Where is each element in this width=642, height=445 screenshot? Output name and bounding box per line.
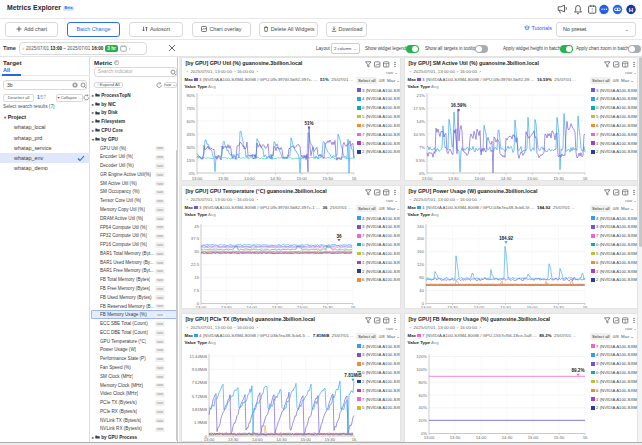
svg-text:7.81MiB: 7.81MiB — [344, 373, 362, 378]
svg-text:3.5%: 3.5% — [415, 158, 425, 163]
svg-text:7.62MiB: 7.62MiB — [192, 380, 208, 385]
svg-text:15:00: 15:00 — [528, 435, 539, 440]
svg-text:90%: 90% — [187, 93, 196, 98]
svg-text:15: 15 — [194, 275, 199, 280]
svg-text:5.72MiB: 5.72MiB — [192, 394, 208, 399]
svg-text:7.5: 7.5 — [193, 288, 199, 293]
svg-text:16: 16 — [583, 305, 588, 309]
svg-text:15:30: 15:30 — [554, 435, 565, 440]
svg-text:14%: 14% — [417, 119, 426, 124]
svg-text:40: 40 — [419, 288, 424, 293]
svg-text:45: 45 — [194, 224, 199, 229]
svg-text:15%: 15% — [187, 158, 196, 163]
svg-text:120%: 120% — [416, 354, 427, 359]
svg-text:120: 120 — [417, 262, 425, 267]
svg-text:1.9MiB: 1.9MiB — [194, 420, 207, 425]
svg-text:200: 200 — [417, 236, 425, 241]
svg-text:75%: 75% — [187, 106, 196, 111]
svg-text:16: 16 — [583, 435, 588, 440]
svg-text:16.59%: 16.59% — [451, 103, 467, 108]
svg-text:45%: 45% — [187, 132, 196, 137]
svg-text:15:00: 15:00 — [527, 305, 538, 309]
svg-text:16: 16 — [583, 176, 588, 181]
svg-text:160: 160 — [417, 249, 425, 254]
svg-text:14:00: 14:00 — [246, 305, 257, 309]
svg-text:16: 16 — [351, 305, 356, 309]
svg-text:14:00: 14:00 — [474, 305, 485, 309]
svg-text:80: 80 — [419, 275, 424, 280]
svg-text:H: H — [629, 7, 633, 13]
svg-text:17.5%: 17.5% — [413, 106, 425, 111]
svg-text:13:00: 13:00 — [422, 176, 433, 181]
svg-text:14:00: 14:00 — [244, 176, 255, 181]
svg-text:16: 16 — [352, 176, 357, 181]
svg-text:7%: 7% — [419, 145, 425, 150]
svg-text:14:30: 14:30 — [502, 435, 513, 440]
svg-text:80%: 80% — [419, 380, 428, 385]
svg-text:15:00: 15:00 — [527, 176, 538, 181]
svg-text:9.53MiB: 9.53MiB — [192, 367, 208, 372]
svg-text:40%: 40% — [419, 405, 428, 410]
svg-text:89.2%: 89.2% — [571, 368, 584, 373]
svg-text:13:00: 13:00 — [424, 435, 435, 440]
svg-text:14:30: 14:30 — [500, 305, 511, 309]
svg-text:14:00: 14:00 — [474, 176, 485, 181]
svg-text:13:30: 13:30 — [221, 305, 232, 309]
svg-text:51%: 51% — [304, 121, 313, 126]
svg-text:22.5: 22.5 — [191, 262, 200, 267]
svg-text:3.81MiB: 3.81MiB — [192, 407, 208, 412]
svg-text:13:00: 13:00 — [421, 305, 432, 309]
svg-text:13:30: 13:30 — [450, 435, 461, 440]
svg-text:15:30: 15:30 — [553, 176, 564, 181]
svg-text:!: ! — [592, 8, 593, 13]
svg-text:15:30: 15:30 — [553, 305, 564, 309]
svg-text:10.5%: 10.5% — [413, 132, 425, 137]
svg-text:13:00: 13:00 — [192, 176, 203, 181]
svg-text:184.92: 184.92 — [499, 236, 513, 241]
svg-text:14:30: 14:30 — [270, 176, 281, 181]
svg-text:15:00: 15:00 — [297, 305, 308, 309]
svg-text:14:30: 14:30 — [501, 176, 512, 181]
svg-text:30: 30 — [194, 249, 199, 254]
svg-text:13:30: 13:30 — [448, 176, 459, 181]
svg-text:20%: 20% — [419, 418, 428, 423]
svg-text:15:30: 15:30 — [322, 305, 333, 309]
svg-text:37.5: 37.5 — [191, 236, 200, 241]
svg-text:240: 240 — [417, 224, 425, 229]
svg-text:60%: 60% — [187, 119, 196, 124]
svg-text:13:30: 13:30 — [218, 176, 229, 181]
svg-text:13:00: 13:00 — [196, 305, 207, 309]
svg-text:15:30: 15:30 — [323, 176, 334, 181]
svg-text:13:30: 13:30 — [447, 305, 458, 309]
svg-text:30%: 30% — [187, 145, 196, 150]
svg-text:21%: 21% — [417, 93, 426, 98]
svg-text:11.44MiB: 11.44MiB — [190, 354, 208, 359]
svg-text:60%: 60% — [419, 393, 428, 398]
svg-text:36: 36 — [336, 234, 342, 239]
svg-text:14:30: 14:30 — [272, 305, 283, 309]
svg-text:15:00: 15:00 — [296, 176, 307, 181]
svg-text:14:00: 14:00 — [476, 435, 487, 440]
svg-text:100%: 100% — [416, 367, 427, 372]
